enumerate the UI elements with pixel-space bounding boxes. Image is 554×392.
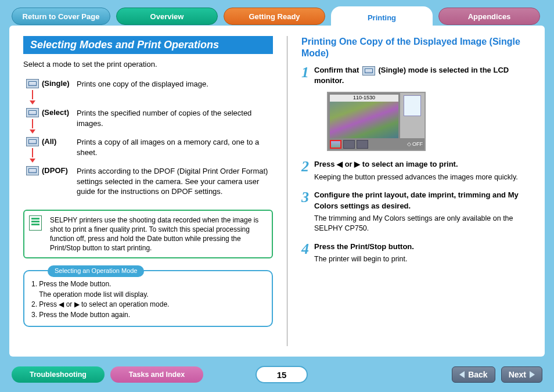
lcd-off-label: ◇ OFF <box>407 141 423 147</box>
op-step-3: Press the Mode button again. <box>39 311 130 319</box>
mode-single-label: (Single) <box>42 79 77 105</box>
tasks-index-button[interactable]: Tasks and Index <box>110 366 203 383</box>
intro-text: Select a mode to set the print operation… <box>23 60 273 69</box>
lcd-preview: 110-1530 P4x6(10x15) 1 ◇ OFF <box>327 92 426 151</box>
back-button[interactable]: Back <box>452 366 495 383</box>
next-arrow-icon <box>530 371 535 378</box>
step-3-title: Configure the print layout, date imprint… <box>314 190 531 211</box>
op-step-2: Press ◀ or ▶ to select an operation mode… <box>39 300 169 308</box>
lcd-paper-icon <box>404 95 421 116</box>
tab-appendices[interactable]: Appendices <box>438 8 540 25</box>
step-4-title: Press the Print/Stop button. <box>314 242 531 252</box>
note-text: SELPHY printers use the shooting data re… <box>50 216 258 253</box>
step-2: 2 Press ◀ or ▶ to select an image to pri… <box>301 159 531 182</box>
tab-getting-ready[interactable]: Getting Ready <box>224 8 325 25</box>
lcd-thumb-2 <box>343 140 355 149</box>
single-mode-icon <box>26 79 39 88</box>
op-step-1: Press the Mode button. <box>39 280 111 288</box>
step-4: 4 Press the Print/Stop button. The print… <box>301 242 531 264</box>
dpof-mode-icon <box>26 166 39 175</box>
operation-mode-box: Selecting an Operation Mode 1. Press the… <box>23 270 273 327</box>
step-2-number: 2 <box>301 159 314 182</box>
back-label: Back <box>468 370 487 379</box>
note-box: SELPHY printers use the shooting data re… <box>23 210 273 259</box>
step-3: 3 Configure the print layout, date impri… <box>301 190 531 233</box>
mode-select-label: (Select) <box>42 108 77 134</box>
step-4-sub: The printer will begin to print. <box>314 254 531 264</box>
step-4-number: 4 <box>301 242 314 264</box>
step-1-title: Confirm that (Single) mode is selected i… <box>314 65 531 86</box>
step-3-sub: The trimming and My Colors settings are … <box>314 214 531 233</box>
step-1: 1 Confirm that (Single) mode is selected… <box>301 65 531 151</box>
mode-dpof-desc: Prints according to the DPOF (Digital Pr… <box>77 166 273 197</box>
page-content: Selecting Modes and Print Operations Sel… <box>9 26 545 357</box>
mode-all-label: (All) <box>42 137 77 163</box>
op-box-label: Selecting an Operation Mode <box>48 265 144 277</box>
back-arrow-icon <box>459 371 465 378</box>
tab-printing-active[interactable]: Printing <box>331 6 433 28</box>
return-cover-button[interactable]: Return to Cover Page <box>12 8 110 25</box>
troubleshooting-button[interactable]: Troubleshooting <box>12 366 105 383</box>
mode-all-desc: Prints a copy of all images on a memory … <box>77 137 273 163</box>
mode-select-desc: Prints the specified number of copies of… <box>77 108 273 134</box>
bottom-nav: Troubleshooting Tasks and Index 15 Back … <box>0 359 554 388</box>
note-icon <box>29 215 42 231</box>
mode-table: (Single) Prints one copy of the displaye… <box>23 75 273 200</box>
step-2-title: Press ◀ or ▶ to select an image to print… <box>314 159 531 170</box>
section-title: Selecting Modes and Print Operations <box>23 36 273 54</box>
op-step-1b: The operation mode list will display. <box>39 290 149 299</box>
right-heading: Printing One Copy of the Displayed Image… <box>301 36 531 59</box>
all-mode-icon <box>26 137 39 146</box>
tab-overview[interactable]: Overview <box>116 8 218 25</box>
step-1-number: 1 <box>301 65 314 151</box>
lcd-thumb-3 <box>357 140 368 149</box>
mode-single-desc: Prints one copy of the displayed image. <box>77 79 273 105</box>
page-number: 15 <box>256 366 308 383</box>
select-mode-icon <box>26 108 39 117</box>
right-column: Printing One Copy of the Displayed Image… <box>287 36 531 346</box>
lcd-thumb-selected <box>330 140 341 149</box>
next-label: Next <box>509 370 526 379</box>
left-column: Selecting Modes and Print Operations Sel… <box>23 36 273 346</box>
top-nav: Return to Cover Page Overview Getting Re… <box>0 0 554 28</box>
next-button[interactable]: Next <box>501 366 542 383</box>
step-2-sub: Keeping the button pressed advances the … <box>314 172 531 182</box>
lcd-top-label: 110-1530 <box>351 95 377 100</box>
step-3-number: 3 <box>301 190 314 233</box>
mode-dpof-label: (DPOF) <box>42 166 77 197</box>
single-mode-inline-icon <box>362 66 375 75</box>
